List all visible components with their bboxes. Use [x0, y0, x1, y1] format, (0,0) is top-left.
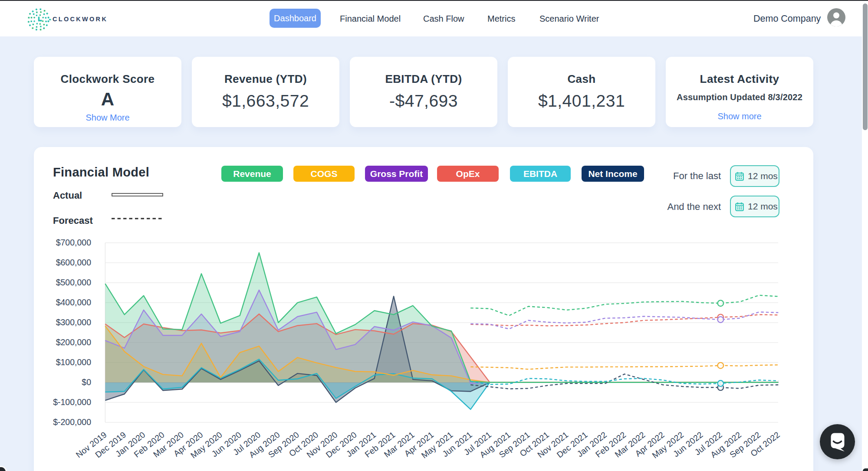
- svg-text:$700,000: $700,000: [56, 238, 91, 247]
- svg-text:$100,000: $100,000: [56, 357, 91, 367]
- svg-text:$0: $0: [82, 377, 91, 387]
- svg-text:$500,000: $500,000: [56, 278, 91, 287]
- svg-text:$-200,000: $-200,000: [53, 417, 91, 427]
- svg-text:$-100,000: $-100,000: [53, 397, 91, 407]
- svg-text:$300,000: $300,000: [56, 317, 91, 327]
- svg-text:$600,000: $600,000: [56, 258, 91, 267]
- svg-text:$400,000: $400,000: [56, 298, 91, 307]
- svg-text:$200,000: $200,000: [56, 337, 91, 347]
